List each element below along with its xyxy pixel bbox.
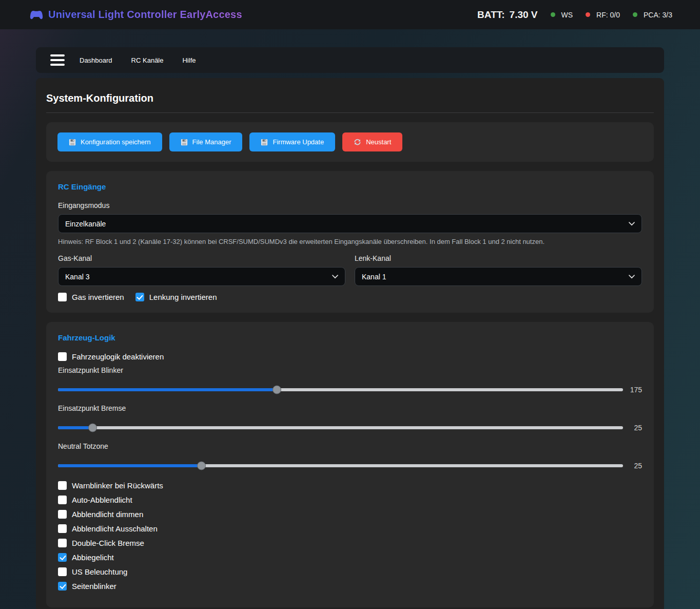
checkbox-box[interactable] [58,582,67,591]
slider-value: 25 [628,462,642,470]
checkbox-box[interactable] [58,496,67,504]
slider-thumb[interactable] [88,424,97,432]
chevron-down-icon [629,275,635,279]
page-container: Dashboard RC Kanäle Hilfe System-Konfigu… [36,47,664,609]
slider-row: 175 [58,386,642,394]
slider-thumb[interactable] [197,462,206,470]
checkbox-label: Abbiegelicht [72,553,114,562]
checkbox-box[interactable] [58,539,67,547]
checkbox-gas-invertieren[interactable]: Gas invertieren [58,293,124,301]
steering-channel-value: Kanal 1 [362,273,386,281]
pca-status-dot [633,12,637,17]
checkbox-label: Abblendlicht dimmen [72,510,143,519]
checkbox-seitenblinker[interactable]: Seitenblinker [58,582,642,591]
main-panel: System-Konfiguration Konfiguration speic… [36,78,664,609]
top-header: Universal Light Controller EarlyAccess B… [0,0,700,29]
checkbox-label: US Beleuchtung [72,567,127,576]
checkbox-label: Abblendlicht Ausschalten [72,524,158,533]
steering-channel-column: Lenk-Kanal Kanal 1 [355,254,642,286]
nav-item-rc-kanaele[interactable]: RC Kanäle [131,56,164,64]
firmware-update-label: Firmware Update [273,138,324,146]
checkbox-label: Double-Click Bremse [72,539,144,547]
battery-label: BATT: [477,9,504,21]
slider-label: Einsatzpunkt Blinker [58,366,642,374]
status-bar: BATT: 7.30 V WS RF: 0/0 PCA: 3/3 [477,9,672,21]
checkbox-abbiegelicht[interactable]: Abbiegelicht [58,553,642,562]
slider-fill [58,464,202,467]
checkbox-box[interactable] [135,293,144,301]
checkbox-box[interactable] [58,524,67,533]
brand: Universal Light Controller EarlyAccess [30,9,242,21]
save-config-label: Konfiguration speichern [81,138,151,146]
gas-channel-value: Kanal 3 [65,273,89,281]
checkbox-warnblinker-rueckwaerts[interactable]: Warnblinker bei Rückwärts [58,481,642,490]
checkbox-auto-abblendlicht[interactable]: Auto-Abblendlicht [58,496,642,504]
status-rf: RF: 0/0 [586,11,620,19]
save-icon [181,139,188,146]
pca-status-label: PCA: 3/3 [644,11,672,19]
checkbox-box[interactable] [58,481,67,490]
slider-fill [58,388,277,391]
chevron-down-icon [629,222,635,226]
rf-status-dot [586,12,590,17]
totzone-slider[interactable] [58,464,623,467]
navbar: Dashboard RC Kanäle Hilfe [36,47,664,73]
checkbox-box[interactable] [58,293,67,301]
status-pca: PCA: 3/3 [633,11,672,19]
slider-label: Einsatzpunkt Bremse [58,404,642,412]
restart-button[interactable]: Neustart [342,132,402,151]
slider-thumb[interactable] [273,386,281,394]
nav-item-dashboard[interactable]: Dashboard [80,56,112,64]
save-config-button[interactable]: Konfiguration speichern [57,132,162,151]
checkbox-box[interactable] [58,567,67,576]
checkbox-us-beleuchtung[interactable]: US Beleuchtung [58,567,642,576]
gamepad-icon [30,10,43,20]
ws-status-dot [551,12,555,17]
checkbox-label: Gas invertieren [72,293,124,301]
checkbox-fahrzeuglogik-deaktivieren[interactable]: Fahrzeuglogik deaktivieren [58,352,642,361]
gas-channel-select[interactable]: Kanal 3 [58,267,345,286]
blinker-slider[interactable] [58,388,623,391]
gas-channel-column: Gas-Kanal Kanal 3 [58,254,345,286]
channel-columns: Gas-Kanal Kanal 3 Lenk-Kanal Kanal 1 [58,254,642,286]
save-icon [69,139,76,146]
input-mode-select[interactable]: Einzelkanäle [58,214,642,233]
checkbox-box[interactable] [58,510,67,519]
save-icon [261,139,268,146]
checkbox-lenkung-invertieren[interactable]: Lenkung invertieren [135,293,217,301]
chevron-down-icon [332,275,338,279]
checkbox-double-click-bremse[interactable]: Double-Click Bremse [58,539,642,547]
checkbox-abblendlicht-dimmen[interactable]: Abblendlicht dimmen [58,510,642,519]
slider-group-totzone: Neutral Totzone 25 [58,442,642,470]
checkbox-abblendlicht-ausschalten[interactable]: Abblendlicht Ausschalten [58,524,642,533]
file-manager-button[interactable]: File Manager [169,132,243,151]
gas-channel-label: Gas-Kanal [58,254,345,262]
firmware-update-button[interactable]: Firmware Update [249,132,335,151]
app-title: Universal Light Controller EarlyAccess [48,9,242,21]
slider-group-blinker: Einsatzpunkt Blinker 175 [58,366,642,394]
page-title: System-Konfiguration [46,92,654,104]
checkbox-box[interactable] [58,352,67,361]
checkbox-label: Warnblinker bei Rückwärts [72,481,163,490]
slider-value: 25 [628,424,642,432]
input-mode-hint: Hinweis: RF Block 1 und 2 (Kanäle 17-32)… [58,238,642,245]
input-mode-label: Eingangsmodus [58,201,642,210]
rc-inputs-heading: RC Eingänge [58,182,642,191]
menu-icon[interactable] [50,54,65,66]
checkbox-box[interactable] [58,553,67,562]
slider-fill [58,426,93,429]
steering-channel-select[interactable]: Kanal 1 [355,267,642,286]
status-ws: WS [551,11,573,19]
rf-status-label: RF: 0/0 [596,11,620,19]
invert-checkboxes: Gas invertieren Lenkung invertieren [58,293,642,301]
vehicle-logic-card: Fahrzeug-Logik Fahrzeuglogik deaktiviere… [46,322,654,607]
slider-label: Neutral Totzone [58,442,642,450]
ws-status-label: WS [561,11,573,19]
file-manager-label: File Manager [192,138,231,146]
rc-inputs-card: RC Eingänge Eingangsmodus Einzelkanäle H… [46,171,654,313]
actions-card: Konfiguration speichern File Manager [46,122,654,162]
vehicle-logic-heading: Fahrzeug-Logik [58,333,642,342]
bremse-slider[interactable] [58,426,623,429]
slider-group-bremse: Einsatzpunkt Bremse 25 [58,404,642,432]
nav-item-hilfe[interactable]: Hilfe [182,56,196,64]
